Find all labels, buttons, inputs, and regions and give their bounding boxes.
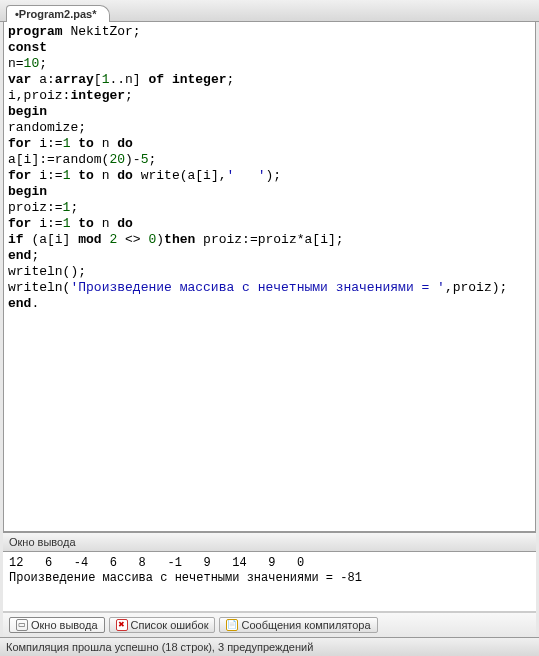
message-icon: 📄 xyxy=(226,619,238,631)
tab-bar: •Program2.pas* xyxy=(0,0,539,22)
output-icon: ▭ xyxy=(16,619,28,631)
output-panel-title: Окно вывода xyxy=(3,532,536,552)
status-bar: Компиляция прошла успешно (18 строк), 3 … xyxy=(0,637,539,656)
bottom-tab-2[interactable]: 📄Сообщения компилятора xyxy=(219,617,377,633)
bottom-tab-1[interactable]: ✖Список ошибок xyxy=(109,617,216,633)
bottom-tab-label: Сообщения компилятора xyxy=(241,619,370,631)
code-content: program NekitZor;constn=10;var a:array[1… xyxy=(4,22,535,314)
bottom-tab-label: Список ошибок xyxy=(131,619,209,631)
code-editor[interactable]: program NekitZor;constn=10;var a:array[1… xyxy=(3,22,536,532)
file-tab[interactable]: •Program2.pas* xyxy=(6,5,110,22)
error-icon: ✖ xyxy=(116,619,128,631)
output-panel: 12 6 -4 6 8 -1 9 14 9 0 Произведение мас… xyxy=(3,552,536,612)
bottom-tab-bar: ▭Окно вывода✖Список ошибок📄Сообщения ком… xyxy=(3,612,536,637)
bottom-tab-label: Окно вывода xyxy=(31,619,98,631)
bottom-tab-0[interactable]: ▭Окно вывода xyxy=(9,617,105,633)
